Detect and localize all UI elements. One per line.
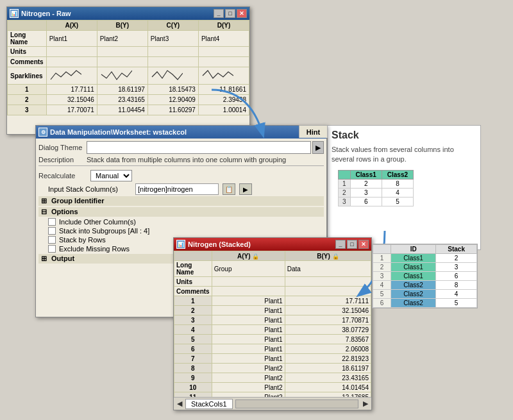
group-identifier-section[interactable]: ⊞ Group Identifier bbox=[38, 196, 324, 206]
theme-input[interactable] bbox=[87, 141, 311, 154]
stacked-controls[interactable]: _ □ ✕ bbox=[335, 240, 369, 249]
raw-window-controls[interactable]: _ □ ✕ bbox=[214, 9, 247, 18]
longname-c: Plant3 bbox=[147, 31, 198, 47]
hint-row-1: 1 2 8 bbox=[339, 179, 414, 188]
stacked-row-5: 5Plant17.83567 bbox=[174, 335, 371, 344]
dialog-title-text: Data Manipulation\Worksheet: wstackcol bbox=[50, 128, 187, 136]
stacked-close[interactable]: ✕ bbox=[358, 240, 369, 249]
stacked-title-bar: 📊 Nitrogen (Stacked) _ □ ✕ bbox=[174, 238, 371, 251]
nav-right[interactable]: ▶ bbox=[361, 399, 370, 408]
stacked-window: 📊 Nitrogen (Stacked) _ □ ✕ A(Y) 🔒 B(Y) 🔒 bbox=[173, 237, 372, 410]
stacked-row-3: 3Plant117.70871 bbox=[174, 315, 371, 325]
longname-a: Plant1 bbox=[46, 31, 97, 47]
exclude-missing-checkbox[interactable] bbox=[48, 245, 56, 253]
result-col-id: ID bbox=[391, 245, 435, 254]
stacked-row-8: 8Plant218.61197 bbox=[174, 364, 371, 373]
col-header-a: A(X) bbox=[46, 21, 97, 31]
cell-3-b: 11.04454 bbox=[97, 105, 147, 115]
hint-panel: Stack Stack values from several columns … bbox=[327, 125, 481, 250]
stack-subgroups-label: Stack into Subgroups [All : 4] bbox=[59, 227, 149, 235]
dialog-icon: ⚙ bbox=[38, 128, 47, 137]
stack-subgroups-row: Stack into Subgroups [All : 4] bbox=[48, 227, 324, 235]
stacked-maximize[interactable]: □ bbox=[347, 240, 357, 249]
input-stack-field[interactable] bbox=[135, 183, 219, 195]
stack-by-rows-label: Stack by Rows bbox=[59, 236, 106, 244]
stacked-col-a: A(Y) 🔒 bbox=[212, 251, 285, 261]
raw-window-icon: 📊 bbox=[10, 9, 19, 18]
result-table: ID Stack 1 Class1 2 2 Class1 3 3 Class1 … bbox=[372, 244, 478, 308]
raw-table-scroll[interactable]: A(X) B(Y) C(Y) D(Y) Long Name Plant1 Pla… bbox=[7, 20, 249, 134]
comments-a bbox=[46, 57, 97, 67]
stack-by-rows-checkbox[interactable] bbox=[48, 236, 56, 244]
input-stack-btn1[interactable]: 📋 bbox=[223, 183, 235, 195]
raw-data-table: A(X) B(Y) C(Y) D(Y) Long Name Plant1 Pla… bbox=[7, 20, 249, 115]
stacked-longname-row: Long Name Group Data bbox=[174, 261, 371, 277]
input-stack-btn2[interactable]: ▶ bbox=[239, 183, 252, 195]
raw-data-window: 📊 Nitrogen - Raw _ □ ✕ A(X) B(Y) C(Y) D(… bbox=[6, 6, 250, 135]
data-row-1: 1 17.7111 18.61197 18.15473 11.81661 bbox=[8, 85, 249, 95]
comments-row: Comments bbox=[8, 57, 249, 67]
hint-table: Class1 Class2 1 2 8 2 3 4 3 6 5 bbox=[338, 170, 414, 206]
stacked-content: A(Y) 🔒 B(Y) 🔒 Long Name Group Data Units bbox=[174, 251, 371, 410]
comments-b bbox=[97, 57, 147, 67]
units-d bbox=[198, 47, 249, 57]
result-row-5: 5 Class2 4 bbox=[373, 290, 477, 299]
stackcols1-tab[interactable]: StackCols1 bbox=[185, 399, 233, 409]
hint-tab[interactable]: Hint bbox=[299, 125, 328, 138]
stacked-minimize[interactable]: _ bbox=[335, 240, 346, 249]
col-header-b: B(Y) bbox=[97, 21, 147, 31]
hint-text: Stack values from several columns into s… bbox=[332, 145, 476, 165]
stack-subgroups-checkbox[interactable] bbox=[48, 227, 56, 235]
nav-left[interactable]: ◀ bbox=[175, 399, 184, 408]
stacked-scroll[interactable]: A(Y) 🔒 B(Y) 🔒 Long Name Group Data Units bbox=[174, 251, 371, 397]
minimize-button[interactable]: _ bbox=[214, 9, 224, 18]
sparklines-label: Sparklines bbox=[8, 67, 47, 85]
recalc-row: Recalculate Manual Auto bbox=[38, 170, 324, 181]
comments-d bbox=[198, 57, 249, 67]
theme-label: Dialog Theme bbox=[38, 144, 87, 151]
exclude-missing-label: Exclude Missing Rows bbox=[59, 245, 130, 253]
stacked-row-11: 11Plant212.17685 bbox=[174, 392, 371, 398]
stacked-units-row: Units bbox=[174, 277, 371, 287]
longname-b: Plant2 bbox=[97, 31, 147, 47]
hint-col-class2: Class2 bbox=[382, 170, 413, 179]
cell-2-b: 23.43165 bbox=[97, 95, 147, 105]
tab-label: StackCols1 bbox=[191, 400, 227, 408]
group-identifier-label: Group Identifier bbox=[51, 197, 105, 205]
result-row-2: 2 Class1 3 bbox=[373, 263, 477, 272]
maximize-button[interactable]: □ bbox=[225, 9, 235, 18]
result-row-3: 3 Class1 6 bbox=[373, 272, 477, 281]
longname-label: Long Name bbox=[8, 31, 47, 47]
cell-2-c: 12.90409 bbox=[147, 95, 198, 105]
input-stack-row: Input Stack Column(s) 📋 ▶ bbox=[48, 183, 324, 195]
raw-data-content: A(X) B(Y) C(Y) D(Y) Long Name Plant1 Pla… bbox=[7, 20, 249, 134]
stacked-row-6: 6Plant12.06008 bbox=[174, 344, 371, 354]
sparkline-c bbox=[147, 67, 198, 85]
stacked-icon: 📊 bbox=[176, 240, 185, 249]
comments-label: Comments bbox=[8, 57, 47, 67]
stacked-title-text: Nitrogen (Stacked) bbox=[188, 240, 251, 248]
hint-title: Stack bbox=[332, 130, 476, 141]
dialog-title-bar: ⚙ Data Manipulation\Worksheet: wstackcol… bbox=[36, 126, 326, 139]
cell-1-b: 18.61197 bbox=[97, 85, 147, 95]
tab-scrollbar[interactable] bbox=[235, 399, 358, 408]
sparkline-d bbox=[198, 67, 249, 85]
stacked-col-b: B(Y) 🔒 bbox=[285, 251, 371, 261]
input-stack-label: Input Stack Column(s) bbox=[48, 185, 131, 193]
close-button[interactable]: ✕ bbox=[237, 9, 247, 18]
cell-1-a: 17.7111 bbox=[46, 85, 97, 95]
cell-3-c: 11.60297 bbox=[147, 105, 198, 115]
col-header-empty bbox=[8, 21, 47, 31]
cell-1-c: 18.15473 bbox=[147, 85, 198, 95]
hint-row-2: 2 3 4 bbox=[339, 188, 414, 197]
include-other-row: Include Other Column(s) bbox=[48, 218, 324, 226]
data-row-3: 3 17.70071 11.04454 11.60297 1.00014 bbox=[8, 105, 249, 115]
recalc-select[interactable]: Manual Auto bbox=[90, 170, 132, 181]
options-label: Options bbox=[51, 208, 78, 215]
units-row: Units bbox=[8, 47, 249, 57]
units-a bbox=[46, 47, 97, 57]
include-other-checkbox[interactable] bbox=[48, 218, 56, 226]
theme-arrow-btn[interactable]: ▶ bbox=[312, 141, 324, 154]
options-section[interactable]: ⊟ Options bbox=[38, 207, 324, 217]
output-arrow: ⊞ bbox=[41, 255, 47, 263]
